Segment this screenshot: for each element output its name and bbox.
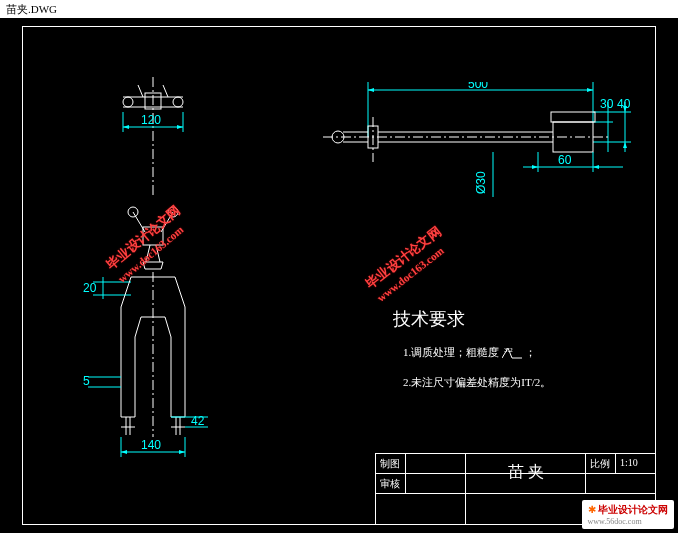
svg-line-19 — [146, 245, 150, 262]
linkage-icon — [128, 207, 178, 269]
svg-line-3 — [163, 85, 168, 97]
tech-req-line1: 1.调质处理；粗糙度 3.2 ； — [403, 345, 536, 360]
fork-body — [121, 272, 185, 437]
svg-line-2 — [138, 85, 143, 97]
dim-500: 500 — [368, 82, 593, 137]
file-name: 苗夹.DWG — [6, 3, 57, 15]
svg-point-4 — [123, 97, 133, 107]
tb-scale-label: 比例 — [586, 454, 616, 473]
tb-scale-value: 1:10 — [616, 454, 655, 473]
svg-marker-48 — [587, 88, 593, 92]
dim-42: 42 — [171, 414, 208, 428]
svg-text:5: 5 — [83, 374, 90, 388]
svg-rect-18 — [143, 227, 163, 245]
dim-5: 5 — [83, 374, 121, 388]
svg-marker-47 — [368, 88, 374, 92]
tb-check-value — [406, 474, 466, 493]
svg-marker-73 — [593, 165, 599, 169]
dim-140: 140 — [121, 437, 185, 457]
dim-120: 120 — [123, 112, 183, 132]
svg-marker-54 — [623, 142, 627, 148]
svg-marker-41 — [121, 450, 127, 454]
svg-text:42: 42 — [191, 414, 205, 428]
svg-marker-72 — [532, 165, 538, 169]
svg-line-20 — [156, 245, 160, 262]
top-clamp-icon — [123, 77, 183, 197]
cad-canvas[interactable]: 120 20 — [0, 18, 678, 533]
dim-dia30: Ø30 — [474, 152, 493, 197]
tb-drawn-label: 制图 — [376, 454, 406, 473]
site-logo: ✱ 毕业设计论文网 www.56doc.com — [582, 500, 675, 529]
svg-text:30: 30 — [600, 97, 614, 111]
svg-text:500: 500 — [468, 82, 488, 91]
tech-req-title: 技术要求 — [393, 307, 465, 331]
svg-rect-66 — [551, 112, 595, 122]
svg-marker-11 — [123, 125, 129, 129]
tech-req-line2: 2.未注尺寸偏差处精度为IT/2。 — [403, 375, 551, 390]
svg-text:20: 20 — [83, 281, 97, 295]
tb-drawn-value — [406, 454, 466, 473]
window-titlebar: 苗夹.DWG — [0, 0, 678, 18]
svg-marker-42 — [179, 450, 185, 454]
dim-20: 20 — [83, 277, 131, 299]
svg-text:Ø30: Ø30 — [474, 171, 488, 194]
drawing-frame: 120 20 — [22, 26, 656, 525]
svg-marker-12 — [177, 125, 183, 129]
svg-text:140: 140 — [141, 438, 161, 452]
left-view-drawing: 120 20 — [83, 77, 283, 467]
part-name: 苗 夹 — [466, 454, 586, 473]
dim-60: 60 — [523, 152, 623, 172]
svg-text:120: 120 — [141, 113, 161, 127]
svg-point-5 — [173, 97, 183, 107]
right-view-drawing: 500 40 30 — [323, 82, 643, 242]
tb-check-label: 审核 — [376, 474, 406, 493]
svg-text:60: 60 — [558, 153, 572, 167]
svg-text:40: 40 — [617, 97, 631, 111]
dim-30: 30 — [593, 97, 614, 152]
